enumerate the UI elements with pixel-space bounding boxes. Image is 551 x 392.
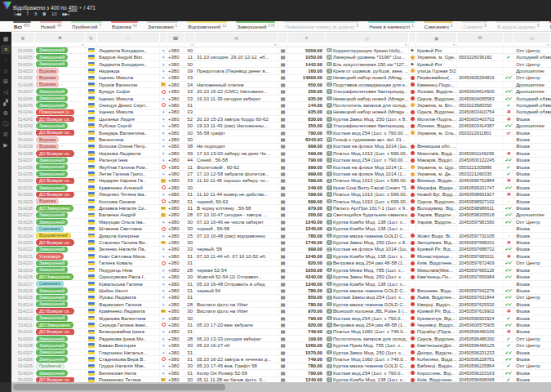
phone-number[interactable]: +380 xyxy=(167,336,184,341)
manager-comment[interactable]: 05.10 16-48 Отправить в обед xyxy=(195,281,278,287)
status-badge[interactable]: Завершений xyxy=(36,54,68,60)
table-row[interactable]: 514256ЗавершенийЛюдмила Бондарен..✳+3804… xyxy=(11,47,551,54)
status-badge[interactable]: Завершений xyxy=(36,336,68,341)
phone-number[interactable]: +380 xyxy=(167,253,184,259)
product-cell[interactable]: 1Поглотитель запахов для холод... xyxy=(326,336,409,341)
status-badge[interactable]: ДО Завершено xyxy=(36,274,73,279)
filter-cell[interactable] xyxy=(97,42,160,47)
product-cell[interactable]: 1Платье Мод 1013 (1шт. х 599.00... xyxy=(326,192,409,198)
customer-name[interactable]: Баланюк Андрій xyxy=(97,212,160,218)
delivery-city[interactable]: Кам'янське(Дні... xyxy=(416,342,457,348)
customer-name[interactable]: Жданова Валентина xyxy=(97,315,160,321)
product-cell[interactable]: 1Куртка маска-тканина GOLD C... xyxy=(326,287,409,293)
status-badge[interactable]: Відмова xyxy=(36,68,59,74)
table-row[interactable]: 514207ЗавершенийГладченко Наталья ..✳+38… xyxy=(11,350,551,356)
phone-number[interactable]: +380 xyxy=(167,308,184,314)
delivery-city[interactable]: Новий Буг, Відд... xyxy=(416,192,457,198)
table-row[interactable]: 514243ДО Возврат ск..Цыганюк Лидия✳+3805… xyxy=(11,116,551,122)
manager-comment[interactable]: черная 52-54 xyxy=(195,267,278,273)
delivery-city[interactable]: Чернівці, Відділ... xyxy=(416,322,457,327)
phone-number[interactable]: +380 xyxy=(167,144,184,149)
filter-cell[interactable]: ▼ xyxy=(326,42,409,47)
table-row[interactable]: 514213ДО Возврат ск..Кравченко Людмилаli… xyxy=(11,308,551,314)
phone-number[interactable]: +380 xyxy=(167,363,184,369)
phone-number[interactable]: +380 xyxy=(167,130,184,136)
manager-comment[interactable]: 19.10 11-43 (смс) Наложенны... xyxy=(195,122,278,128)
settings-sliders-icon[interactable]: ⚙ xyxy=(1,109,11,118)
tracking-number[interactable]: 20450605294816 xyxy=(457,75,504,81)
table-row[interactable]: 514210ДО Возврат ск..Безкоровайна Ірина✳… xyxy=(11,329,551,336)
filter-cell[interactable] xyxy=(278,42,288,47)
tracking-number[interactable]: 20450597672409 xyxy=(457,261,504,266)
product-cell[interactable]: 1Куртка маска-тканина GOLD C... xyxy=(326,233,409,238)
delivery-city[interactable]: Украина, м. Оде... xyxy=(416,54,457,60)
status-badge[interactable]: ДО Возврат ск.. xyxy=(36,130,74,136)
product-cell[interactable]: 1Светящийся будильник-хамелео... xyxy=(326,212,409,218)
delivery-city[interactable]: Кременчук, Від... xyxy=(416,315,457,321)
phone-number[interactable]: +380 xyxy=(167,109,184,115)
product-cell[interactable]: 1Костюм мод.254 (1шт. х 790.0... xyxy=(326,370,409,376)
delivery-city[interactable]: Львів, Відділен... xyxy=(416,295,457,301)
customer-name[interactable]: Грудок Наталія Мик.. xyxy=(97,363,160,369)
status-badge[interactable]: ДО Возврат ск.. xyxy=(36,329,74,335)
tracking-number[interactable]: 20450596490166 xyxy=(457,329,504,335)
filter-cell[interactable]: ▼ xyxy=(195,42,278,47)
tracking-number[interactable] xyxy=(457,144,504,149)
phone-number[interactable]: +380 xyxy=(167,171,184,176)
header-cell[interactable]: ⚑ xyxy=(35,33,85,42)
product-cell[interactable]: 1Куртка маска-тканина GOLD C... xyxy=(326,363,409,369)
tracking-number[interactable]: 20450598205618 xyxy=(457,212,504,218)
phone-number[interactable]: +380 xyxy=(167,54,184,60)
tracking-number[interactable]: 20450603403702 xyxy=(457,116,504,122)
tab-Всі[interactable]: Всі471 xyxy=(13,21,31,31)
product-cell[interactable]: 2Куртка Замш Мод. 250 (2шт. х... xyxy=(326,274,409,279)
status-badge[interactable]: Завершений xyxy=(36,122,68,128)
page-number[interactable]: 8 xyxy=(34,11,37,16)
delivery-city[interactable]: Монастирище... xyxy=(416,253,457,259)
manager-comment[interactable]: Фіолетовий , 60-62 xyxy=(195,164,278,170)
filter-cell[interactable] xyxy=(288,42,326,47)
manager-comment[interactable]: 05.10 16-22 завтра в течении д... xyxy=(195,356,278,362)
tab-Нема в наявності[interactable]: Нема в наявності1 xyxy=(368,21,415,31)
tracking-number[interactable]: 20450597981590 xyxy=(457,219,504,225)
tracking-number[interactable]: 20450596228781 xyxy=(457,356,504,362)
customer-name[interactable]: Штакина Светлана xyxy=(97,226,160,232)
status-badge[interactable]: Відмова xyxy=(36,136,59,142)
manager-comment[interactable] xyxy=(195,295,278,301)
header-cell[interactable]: ⚇ xyxy=(513,33,550,42)
manager-comment[interactable]: чорний , 56-58 xyxy=(195,226,278,232)
table-row[interactable]: 514241ДО Возврат ск..Бондарь Валентина..… xyxy=(11,130,551,136)
tracking-number[interactable]: 20450596231233 xyxy=(457,350,504,355)
phone-number[interactable]: +380 xyxy=(167,322,184,327)
horizontal-scrollbar-track[interactable] xyxy=(11,382,551,392)
manager-comment[interactable] xyxy=(195,61,278,67)
manager-comment[interactable]: Вислати фото на Viber xyxy=(195,301,278,307)
customer-name[interactable]: Пронів Валентин xyxy=(97,82,160,87)
filter-cell[interactable]: ▼ xyxy=(35,42,86,47)
manager-comment[interactable]: Синий , 56-58 xyxy=(195,158,278,163)
product-cell[interactable]: 1Немецкий набор ножей (Mirage... xyxy=(326,96,409,101)
tracking-number[interactable]: 20450596223163 xyxy=(457,370,504,376)
tab-Новий[interactable]: Новий48 xyxy=(40,21,62,31)
phone-number[interactable]: +380 xyxy=(167,287,184,293)
filter-dropdown-icon[interactable]: ▼ xyxy=(191,42,193,47)
customer-name[interactable]: Середа Галина Івані.. xyxy=(97,322,160,327)
phone-number[interactable]: +380 xyxy=(167,239,184,245)
tracking-number[interactable]: 0503223983350 xyxy=(457,102,504,108)
tracking-number[interactable]: 20450597642276 xyxy=(457,287,504,293)
tracking-number[interactable]: 20450597619902 xyxy=(457,308,504,314)
product-cell[interactable]: 1Подставка охлаждающая для н... xyxy=(326,82,409,87)
header-cell[interactable]: ∴ xyxy=(97,33,159,42)
delivery-city[interactable] xyxy=(416,281,457,287)
table-row[interactable]: 514223ДО Возврат ск..Стасенко Галина Ви.… xyxy=(11,239,551,246)
customer-name[interactable]: Ральчук Інна xyxy=(97,158,160,163)
delivery-city[interactable]: Коростень, Від... xyxy=(416,370,457,376)
tracking-number[interactable]: 20450598986611 xyxy=(457,205,504,211)
table-row[interactable]: 514247ЗавершенийБундук Софія+3803320.10 … xyxy=(11,88,551,95)
product-cell[interactable]: 1Костюм мод.254 (1шт. х 790.0... xyxy=(326,315,409,321)
manager-comment[interactable] xyxy=(195,185,278,190)
table-row[interactable]: 514216ЗавершенийШейко Неллі✳+38031черный… xyxy=(11,287,551,294)
product-cell[interactable]: 1Костюм на флисе Мод 1014 (1ш... xyxy=(326,144,409,149)
delivery-city[interactable]: Украина, м. Де... xyxy=(416,171,457,176)
status-badge[interactable]: Завершений xyxy=(36,212,68,218)
